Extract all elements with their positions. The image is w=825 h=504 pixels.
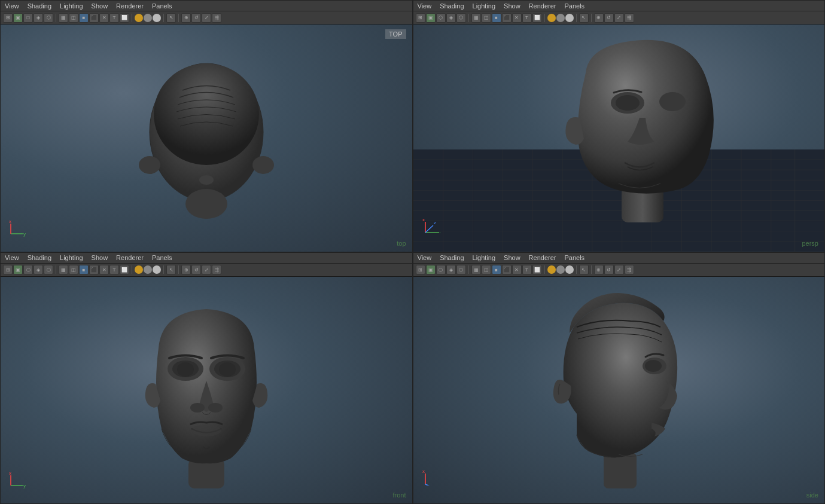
canvas-top[interactable]: y x TOP top	[1, 25, 412, 252]
tb-f1[interactable]: ⊞	[3, 265, 13, 274]
tb-shading-3[interactable]: ■	[79, 13, 89, 23]
tb-fs7[interactable]: ⬜	[120, 265, 129, 274]
tb-btn-2[interactable]: ▣	[13, 13, 23, 23]
menu-show-bl[interactable]: Show	[90, 254, 110, 261]
tb-shading-4[interactable]: ⬛	[89, 13, 99, 23]
menu-view-tl[interactable]: View	[3, 2, 21, 10]
tb-s-arrow[interactable]: ↖	[579, 265, 589, 274]
tb-p-rot[interactable]: ↺	[604, 13, 614, 23]
menu-shading-bl[interactable]: Shading	[26, 254, 53, 261]
tb-ps7[interactable]: ⬜	[532, 13, 542, 23]
tb-f-share[interactable]: ⇶	[212, 265, 221, 274]
tb-p1[interactable]: ⊞	[416, 13, 425, 23]
tb-p3[interactable]: ⬡	[436, 13, 446, 23]
tb-p2[interactable]: ▣	[426, 13, 436, 23]
tb-fs1[interactable]: ▦	[59, 265, 68, 274]
tb-ss2[interactable]: ◫	[482, 265, 491, 274]
menu-renderer-tl[interactable]: Renderer	[114, 2, 145, 10]
tb-scale[interactable]: ⤢	[202, 13, 211, 23]
menu-show-tr[interactable]: Show	[502, 2, 522, 10]
tb-f3[interactable]: ⬡	[23, 265, 33, 274]
tb-ss7[interactable]: ⬜	[532, 265, 542, 274]
tb-p5[interactable]: ⬡	[456, 13, 466, 23]
canvas-front[interactable]: y x front	[1, 277, 412, 504]
tb-fs6[interactable]: T	[109, 265, 119, 274]
tb-shading-1[interactable]: ▦	[59, 13, 68, 23]
tb-ps1[interactable]: ▦	[471, 13, 481, 23]
menu-shading-tl[interactable]: Shading	[26, 2, 53, 10]
tb-f-scale[interactable]: ⤢	[202, 265, 211, 274]
tb-btn-4[interactable]: ◈	[34, 13, 43, 23]
tb-ss1[interactable]: ▦	[471, 265, 481, 274]
menu-lighting-tl[interactable]: Lighting	[58, 2, 85, 10]
tb-s3[interactable]: ⬡	[436, 265, 446, 274]
tb-p-move[interactable]: ⊕	[594, 13, 604, 23]
tb-shading-6[interactable]: T	[109, 13, 119, 23]
menu-show-tl[interactable]: Show	[90, 2, 110, 10]
menu-shading-br[interactable]: Shading	[438, 254, 465, 261]
tb-fs3[interactable]: ■	[79, 265, 89, 274]
menu-panels-br[interactable]: Panels	[562, 254, 586, 261]
tb-p-scale[interactable]: ⤢	[614, 13, 624, 23]
tb-ps5[interactable]: ✕	[512, 13, 522, 23]
menu-panels-bl[interactable]: Panels	[150, 254, 174, 261]
tb-arrow[interactable]: ↖	[166, 13, 176, 23]
tb-ps3[interactable]: ■	[492, 13, 501, 23]
tb-f2[interactable]: ▣	[13, 265, 23, 274]
tb-ps6[interactable]: T	[522, 13, 532, 23]
viewport-top[interactable]: View Shading Lighting Show Renderer Pane…	[0, 0, 413, 252]
menu-view-bl[interactable]: View	[3, 254, 21, 261]
tb-shading-7[interactable]: ⬜	[120, 13, 129, 23]
tb-fs4[interactable]: ⬛	[89, 265, 99, 274]
tb-ss6[interactable]: T	[522, 265, 532, 274]
tb-ss5[interactable]: ✕	[512, 265, 522, 274]
tb-p4[interactable]: ◈	[446, 13, 456, 23]
menu-renderer-bl[interactable]: Renderer	[114, 254, 145, 261]
menu-lighting-tr[interactable]: Lighting	[471, 2, 498, 10]
tb-shading-5[interactable]: ✕	[99, 13, 109, 23]
tb-s1[interactable]: ⊞	[416, 265, 425, 274]
viewport-persp[interactable]: View Shading Lighting Show Renderer Pane…	[413, 0, 826, 252]
tb-f-move[interactable]: ⊕	[181, 265, 191, 274]
tb-s-share[interactable]: ⇶	[625, 265, 634, 274]
tb-p-arrow[interactable]: ↖	[579, 13, 589, 23]
viewport-side[interactable]: View Shading Lighting Show Renderer Pane…	[413, 252, 826, 505]
tb-s4[interactable]: ◈	[446, 265, 456, 274]
viewport-front[interactable]: View Shading Lighting Show Renderer Pane…	[0, 252, 413, 505]
tb-ss4[interactable]: ⬛	[502, 265, 512, 274]
menu-panels-tl[interactable]: Panels	[150, 2, 174, 10]
tb-ps2[interactable]: ◫	[482, 13, 491, 23]
menu-renderer-tr[interactable]: Renderer	[527, 2, 558, 10]
tb-f-arrow[interactable]: ↖	[166, 265, 176, 274]
tb-ss3[interactable]: ■	[492, 265, 501, 274]
tb-btn-3[interactable]: □	[23, 13, 33, 23]
tb-btn-5[interactable]: ⬡	[44, 13, 53, 23]
tb-f-rot[interactable]: ↺	[191, 265, 201, 274]
menu-lighting-br[interactable]: Lighting	[471, 254, 498, 261]
menu-view-br[interactable]: View	[416, 254, 434, 261]
tb-s5[interactable]: ⬡	[456, 265, 466, 274]
canvas-side[interactable]: x z side	[413, 277, 825, 504]
menu-renderer-br[interactable]: Renderer	[527, 254, 558, 261]
tb-s-move[interactable]: ⊕	[594, 265, 604, 274]
tb-btn-1[interactable]: ⊞	[3, 13, 13, 23]
tb-f4[interactable]: ◈	[34, 265, 43, 274]
tb-rot[interactable]: ↺	[191, 13, 201, 23]
tb-s-scale[interactable]: ⤢	[614, 265, 624, 274]
tb-s2[interactable]: ▣	[426, 265, 436, 274]
menu-view-tr[interactable]: View	[416, 2, 434, 10]
tb-fs2[interactable]: ◫	[69, 265, 78, 274]
menu-shading-tr[interactable]: Shading	[438, 2, 465, 10]
tb-fs5[interactable]: ✕	[99, 265, 109, 274]
menu-lighting-bl[interactable]: Lighting	[58, 254, 85, 261]
tb-f5[interactable]: ⬡	[44, 265, 53, 274]
tb-shading-2[interactable]: ◫	[69, 13, 78, 23]
menu-panels-tr[interactable]: Panels	[562, 2, 586, 10]
menu-show-br[interactable]: Show	[502, 254, 522, 261]
tb-ps4[interactable]: ⬛	[502, 13, 512, 23]
tb-share[interactable]: ⇶	[212, 13, 221, 23]
tb-s-rot[interactable]: ↺	[604, 265, 614, 274]
canvas-persp[interactable]: y x z persp	[413, 25, 825, 252]
tb-move[interactable]: ⊕	[181, 13, 191, 23]
tb-p-share[interactable]: ⇶	[625, 13, 634, 23]
